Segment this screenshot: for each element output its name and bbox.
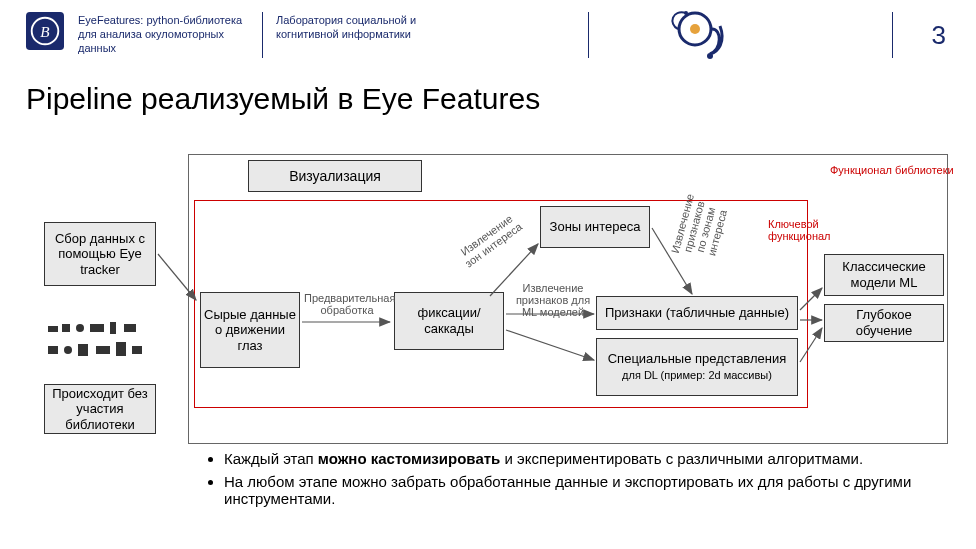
page-number: 3	[932, 20, 946, 51]
svg-point-5	[707, 53, 713, 59]
header-lib-name: EyeFeatures: python-библиотека для анали…	[78, 14, 248, 55]
slide-header: В EyeFeatures: python-библиотека для ана…	[0, 8, 976, 68]
header-separator	[588, 12, 589, 58]
svg-rect-13	[48, 346, 58, 354]
eye-logo	[660, 4, 730, 64]
svg-point-9	[76, 324, 84, 332]
svg-rect-12	[124, 324, 136, 332]
svg-rect-16	[96, 346, 110, 354]
bullet-item: На любом этапе можно забрать обработанны…	[224, 473, 940, 507]
svg-rect-8	[62, 324, 70, 332]
legend-library: Функционал библиотеки	[830, 164, 954, 176]
bullet-list: Каждый этап можно кастомизировать и эксп…	[200, 450, 940, 513]
header-separator	[892, 12, 893, 58]
svg-rect-15	[78, 344, 88, 356]
node-deep-learning: Глубокое обучение	[824, 304, 944, 342]
svg-point-4	[690, 24, 700, 34]
slide-title: Pipeline реализуемый в Eye Features	[26, 82, 540, 116]
header-separator	[262, 12, 263, 58]
edge-preprocessing: Предварительная обработка	[304, 292, 390, 316]
svg-rect-7	[48, 326, 58, 332]
svg-rect-11	[110, 322, 116, 334]
header-lab-name: Лаборатория социальной и когнитивной инф…	[276, 14, 452, 42]
edge-features-ml: Извлечение признаков для ML моделей	[508, 282, 598, 318]
svg-rect-10	[90, 324, 104, 332]
node-collect: Сбор данных с помощью Eye tracker	[44, 222, 156, 286]
node-outside-lib: Происходит без участия библиотеки	[44, 384, 156, 434]
hardware-icons	[44, 320, 156, 368]
node-classic-ml: Классические модели ML	[824, 254, 944, 296]
node-visualization: Визуализация	[248, 160, 422, 192]
bullet-item: Каждый этап можно кастомизировать и эксп…	[224, 450, 940, 467]
svg-text:В: В	[40, 23, 49, 40]
slide: В EyeFeatures: python-библиотека для ана…	[0, 0, 976, 549]
svg-rect-17	[116, 342, 126, 356]
hse-logo: В	[26, 12, 64, 50]
svg-point-14	[64, 346, 72, 354]
svg-rect-18	[132, 346, 142, 354]
